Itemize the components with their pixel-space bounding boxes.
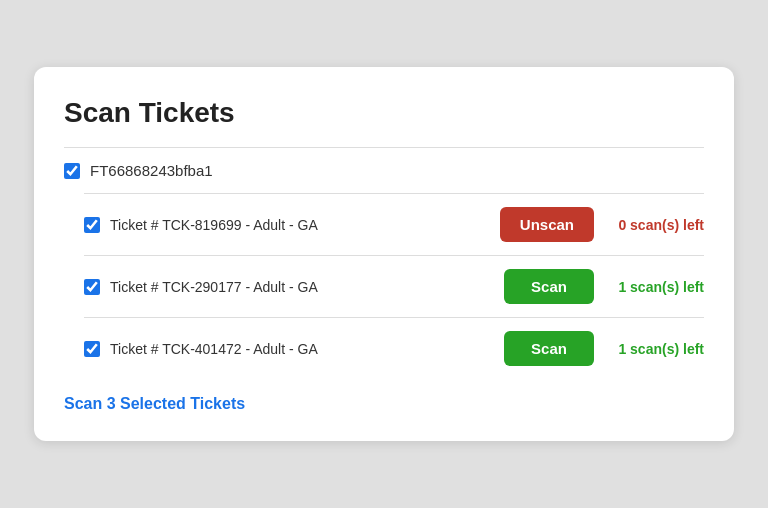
ticket-label-TCK-819699: Ticket # TCK-819699 - Adult - GA [110,217,500,233]
checkbox-TCK-819699[interactable] [84,217,100,233]
ticket-row: Ticket # TCK-290177 - Adult - GAScan1 sc… [84,255,704,317]
checkbox-TCK-401472[interactable] [84,341,100,357]
scan-button-TCK-290177[interactable]: Scan [504,269,594,304]
ticket-label-TCK-401472: Ticket # TCK-401472 - Adult - GA [110,341,504,357]
ticket-row: Ticket # TCK-401472 - Adult - GAScan1 sc… [84,317,704,379]
group-label: FT66868243bfba1 [90,162,213,179]
group-checkbox[interactable] [64,163,80,179]
checkbox-TCK-290177[interactable] [84,279,100,295]
scan-button-TCK-401472[interactable]: Scan [504,331,594,366]
scan-selected-link[interactable]: Scan 3 Selected Tickets [64,395,245,413]
ticket-list: Ticket # TCK-819699 - Adult - GAUnscan0 … [84,193,704,379]
scans-left-TCK-819699: 0 scan(s) left [594,217,704,233]
unscan-button-TCK-819699[interactable]: Unscan [500,207,594,242]
group-row: FT66868243bfba1 [64,148,704,193]
scans-left-TCK-290177: 1 scan(s) left [594,279,704,295]
ticket-label-TCK-290177: Ticket # TCK-290177 - Adult - GA [110,279,504,295]
scans-left-TCK-401472: 1 scan(s) left [594,341,704,357]
ticket-row: Ticket # TCK-819699 - Adult - GAUnscan0 … [84,193,704,255]
page-title: Scan Tickets [64,97,704,129]
scan-tickets-card: Scan Tickets FT66868243bfba1 Ticket # TC… [34,67,734,441]
